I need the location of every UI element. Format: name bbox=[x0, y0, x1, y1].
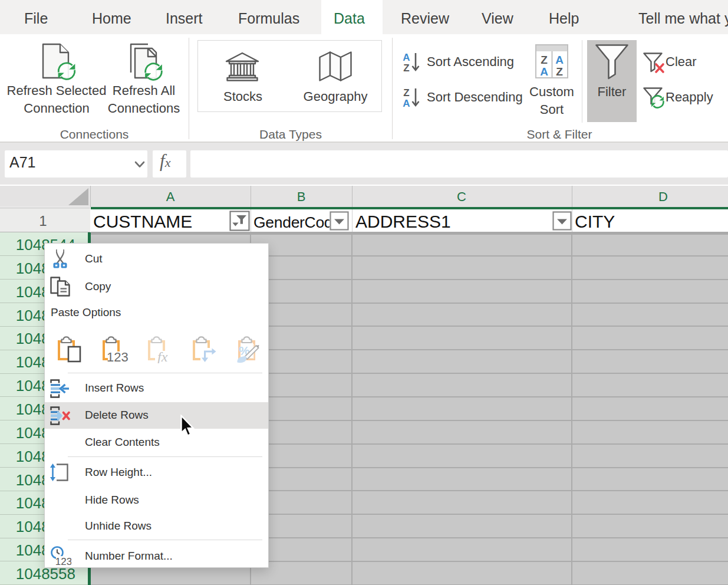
svg-text:Z: Z bbox=[556, 65, 563, 78]
svg-text:Z: Z bbox=[403, 63, 409, 73]
svg-text:123: 123 bbox=[107, 350, 129, 363]
svg-text:A: A bbox=[555, 54, 564, 66]
svg-text:Z: Z bbox=[541, 54, 548, 66]
svg-text:123: 123 bbox=[55, 556, 71, 566]
svg-text:A: A bbox=[403, 98, 410, 108]
svg-text:Z: Z bbox=[403, 87, 409, 98]
svg-text:A: A bbox=[540, 65, 548, 78]
svg-text:A: A bbox=[403, 52, 410, 63]
svg-text:fx: fx bbox=[157, 349, 168, 363]
